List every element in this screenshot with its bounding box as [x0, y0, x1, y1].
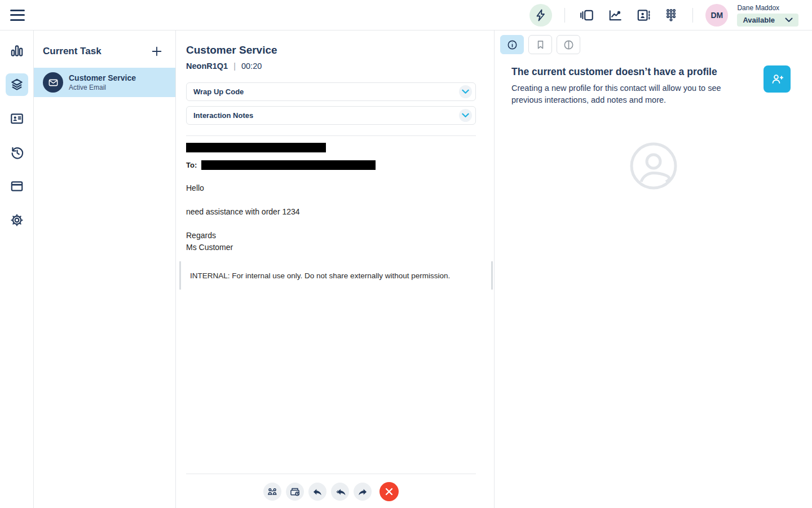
transfer-agents-icon	[267, 487, 278, 497]
rail-activity-button[interactable]	[6, 40, 28, 62]
email-header-divider	[186, 135, 476, 136]
transfer-button[interactable]	[263, 483, 281, 501]
browser-window-icon	[10, 179, 24, 194]
profile-placeholder-icon	[629, 141, 678, 191]
contacts-card-icon	[636, 8, 651, 23]
tasks-layers-icon	[10, 77, 24, 92]
left-rail	[0, 30, 34, 508]
email-body-line: need assistance with order 1234	[186, 206, 476, 218]
chevron-down-icon	[459, 109, 472, 122]
redacted-subject-bar	[186, 143, 326, 152]
interaction-panel: Customer Service NeonR1Q1 | 00:20 Wrap U…	[176, 30, 495, 508]
reply-button[interactable]	[308, 483, 326, 501]
topbar: DM Dane Maddox Available	[0, 0, 812, 30]
dialpad-button[interactable]	[662, 6, 680, 25]
disconnect-button[interactable]	[379, 482, 399, 501]
reply-icon	[312, 487, 323, 497]
email-body-line: Regards	[186, 230, 476, 242]
close-x-icon	[385, 488, 393, 496]
tab-profile-info[interactable]	[500, 35, 524, 54]
person-add-icon	[770, 72, 784, 86]
interactions-button[interactable]	[529, 4, 552, 27]
lightning-bolt-icon	[535, 9, 546, 21]
topbar-divider	[692, 8, 693, 23]
user-meta: Dane Maddox Available	[737, 4, 798, 27]
park-email-icon	[289, 487, 301, 497]
email-envelope-icon	[43, 72, 63, 93]
profile-placeholder-wrap	[495, 141, 812, 191]
directory-card-icon	[10, 111, 24, 126]
forward-button[interactable]	[354, 483, 372, 501]
task-name: Customer Service	[69, 73, 136, 82]
wrap-up-code-expander[interactable]: Wrap Up Code	[186, 82, 476, 101]
tab-bookmarks[interactable]	[528, 35, 552, 54]
internal-note-block: INTERNAL: For internal use only. Do not …	[179, 261, 493, 290]
activity-bars-icon	[10, 43, 24, 58]
email-body-line: Hello	[186, 182, 476, 194]
interaction-timer: 00:20	[241, 62, 262, 71]
task-item-customer-service[interactable]: Customer Service Active Email	[34, 68, 175, 97]
content-area: Current Task Custom	[0, 30, 812, 508]
rail-directory-button[interactable]	[6, 107, 28, 130]
task-panel-title: Current Task	[43, 46, 102, 57]
rail-settings-button[interactable]	[6, 209, 28, 231]
no-profile-description: Creating a new profile for this contact …	[511, 82, 744, 106]
internal-note-text: INTERNAL: For internal use only. Do not …	[190, 271, 450, 280]
performance-button[interactable]	[606, 6, 625, 25]
rail-history-button[interactable]	[6, 141, 28, 164]
park-email-button[interactable]	[286, 483, 304, 501]
reply-all-icon	[334, 487, 346, 497]
menu-hamburger-icon[interactable]	[10, 10, 25, 21]
email-toolbar	[186, 474, 476, 508]
topbar-right-cluster: DM Dane Maddox Available	[529, 4, 798, 27]
task-panel: Current Task Custom	[34, 30, 176, 508]
status-label: Available	[743, 16, 775, 24]
email-to-row: To:	[186, 160, 476, 170]
plus-icon	[151, 45, 163, 58]
task-status: Active Email	[69, 84, 136, 91]
status-dropdown[interactable]: Available	[737, 14, 798, 27]
task-panel-header: Current Task	[34, 30, 175, 68]
no-profile-cta: The current customer doesn’t have a prof…	[495, 54, 812, 106]
panels-icon	[580, 8, 594, 23]
topbar-divider	[564, 8, 565, 23]
bookmark-icon	[535, 39, 546, 51]
user-name: Dane Maddox	[737, 4, 779, 12]
dialpad-icon	[664, 8, 678, 23]
profile-tab-row	[500, 35, 812, 54]
chevron-down-icon	[785, 17, 793, 23]
no-profile-heading: The current customer doesn’t have a prof…	[511, 65, 744, 78]
performance-chart-icon	[608, 8, 623, 23]
email-body: Hello need assistance with order 1234 Re…	[186, 182, 476, 253]
interaction-title: Customer Service	[186, 44, 476, 56]
email-body-line: Ms Customer	[186, 242, 476, 253]
subline-separator: |	[233, 62, 236, 71]
queue-name: NeonR1Q1	[186, 62, 228, 71]
to-label: To:	[186, 161, 197, 169]
interaction-notes-label: Interaction Notes	[193, 111, 253, 120]
journey-icon	[563, 39, 575, 51]
info-icon	[506, 39, 518, 51]
rail-tasks-button[interactable]	[6, 73, 28, 96]
create-profile-button[interactable]	[764, 65, 791, 93]
rail-browser-button[interactable]	[6, 175, 28, 198]
app-window: DM Dane Maddox Available	[0, 0, 812, 508]
contacts-button[interactable]	[634, 6, 653, 25]
history-clock-icon	[10, 145, 24, 160]
add-task-button[interactable]	[148, 43, 165, 60]
reply-all-button[interactable]	[331, 483, 349, 501]
customer-profile-panel: The current customer doesn’t have a prof…	[495, 30, 812, 508]
panels-button[interactable]	[577, 6, 597, 25]
tab-journey[interactable]	[557, 35, 580, 54]
forward-icon	[357, 487, 368, 497]
interaction-notes-expander[interactable]: Interaction Notes	[186, 106, 476, 125]
redacted-recipient-bar	[201, 160, 376, 170]
chevron-down-icon	[459, 85, 472, 98]
wrap-up-code-label: Wrap Up Code	[193, 87, 244, 96]
settings-gear-icon	[10, 213, 24, 227]
interaction-subline: NeonR1Q1 | 00:20	[186, 62, 476, 71]
user-avatar[interactable]: DM	[705, 4, 728, 27]
